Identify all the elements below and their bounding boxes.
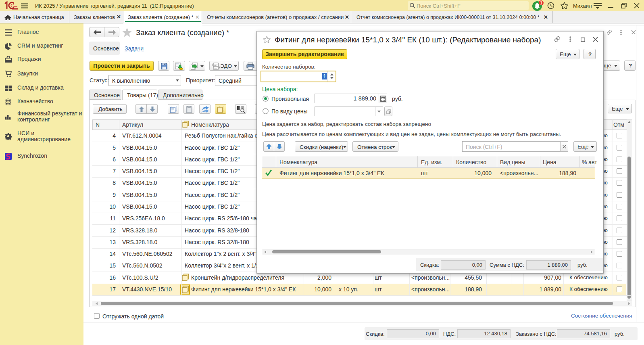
svg-text:1: 1	[540, 1, 542, 5]
